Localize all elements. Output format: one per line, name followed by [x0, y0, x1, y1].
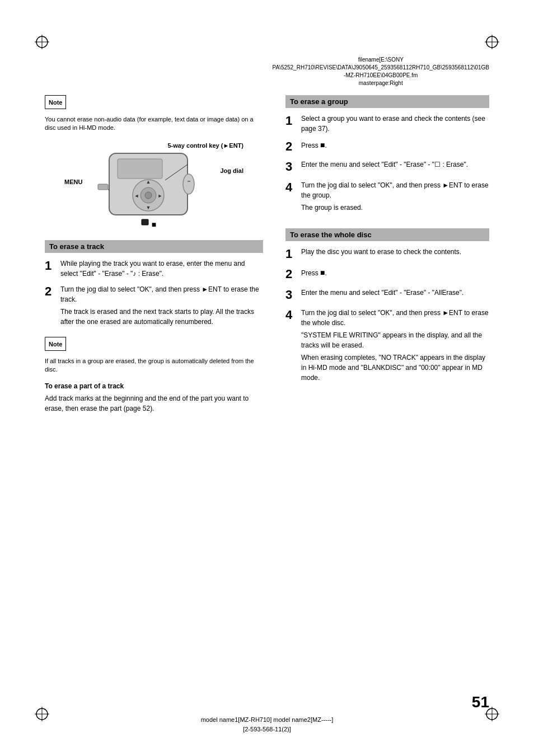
stop-symbol: ■ [152, 220, 156, 229]
note1-text: You cannot erase non-audio data (for exa… [45, 115, 263, 133]
filename-line3: -MZ-RH710EE\04GB00PE.fm [273, 72, 490, 79]
filename-line1: filename[E:\SONY [273, 56, 490, 64]
erase-group-step1: 1 Select a group you want to erase and c… [285, 114, 489, 134]
erase-group-step4: 4 Turn the jog dial to select "OK", and … [285, 180, 489, 215]
svg-point-23 [183, 174, 194, 194]
erase-disc-step3: 3 Enter the menu and select "Edit" - "Er… [285, 288, 489, 302]
label-menu: MENU [64, 179, 82, 185]
step-number-2: 2 [45, 284, 60, 329]
erase-part-header: To erase a part of a track [45, 382, 263, 390]
erase-group-header: To erase a group [285, 95, 489, 108]
content-area: Note You cannot erase non-audio data (fo… [45, 95, 489, 689]
right-column: To erase a group 1 Select a group you wa… [285, 95, 489, 391]
erase-disc-step2: 2 Press ■. [285, 267, 489, 281]
group-step4-content: Turn the jog dial to select "OK", and th… [301, 180, 489, 215]
group-step3-content: Enter the menu and select "Edit" - "Eras… [301, 159, 489, 174]
disc-step4-main: Turn the jog dial to select "OK", and th… [301, 308, 489, 328]
left-column: Note You cannot erase non-audio data (fo… [45, 95, 263, 414]
erase-track-header: To erase a track [45, 240, 263, 253]
note2-container: Note If all tracks in a group are erased… [45, 337, 263, 374]
label-jog: Jog dial [220, 167, 243, 174]
disc-step4-result2: When erasing completes, "NO TRACK" appea… [301, 353, 489, 383]
press-label-disc: Press [301, 269, 320, 277]
page-number: 51 [472, 693, 489, 711]
erase-disc-header: To erase the whole disc [285, 228, 489, 241]
page-container: filename[E:\SONY PA\5252_RH710\REVISE\DA… [0, 0, 534, 756]
group-step4-main: Turn the jog dial to select "OK", and th… [301, 180, 489, 200]
disc-step4-content: Turn the jog dial to select "OK", and th… [301, 308, 489, 385]
erase-disc-section: To erase the whole disc 1 Play the disc … [285, 228, 489, 385]
note1-box: Note [45, 95, 66, 109]
group-step-number-1: 1 [285, 114, 301, 134]
note2-label: Note [49, 341, 62, 348]
group-step1-content: Select a group you want to erase and che… [301, 114, 489, 134]
svg-text:▲: ▲ [146, 179, 151, 185]
erase-track-step1: 1 While playing the track you want to er… [45, 259, 263, 279]
svg-text:►: ► [158, 193, 163, 199]
group-step-number-3: 3 [285, 159, 301, 174]
disc-step1-content: Play the disc you want to erase to check… [301, 247, 489, 261]
erase-group-section: To erase a group 1 Select a group you wa… [285, 95, 489, 215]
disc-step4-result1: "SYSTEM FILE WRITING" appears in the dis… [301, 330, 489, 350]
disc-step3-content: Enter the menu and select "Edit" - "Eras… [301, 288, 489, 302]
disc-step-number-3: 3 [285, 288, 301, 302]
disc-step-number-1: 1 [285, 247, 301, 261]
svg-point-16 [145, 192, 152, 199]
disc-step2-content: Press ■. [301, 267, 489, 281]
note1-container: Note You cannot erase non-audio data (fo… [45, 95, 263, 133]
reg-mark-tr [484, 34, 500, 50]
footer-line2: [2-593-568-11(2)] [0, 725, 534, 734]
reg-mark-tl [34, 34, 50, 50]
group-step4-result: The group is erased. [301, 203, 489, 213]
disc-step-number-2: 2 [285, 267, 301, 281]
device-diagram: 5-way control key (►ENT) Jog dial MENU [45, 139, 263, 229]
period: . [325, 142, 326, 149]
erase-group-step3: 3 Enter the menu and select "Edit" - "Er… [285, 159, 489, 174]
step2-result1: The track is erased and the next track s… [60, 307, 263, 327]
step-number-1: 1 [45, 259, 60, 279]
svg-rect-13 [118, 159, 162, 179]
svg-text:▼: ▼ [146, 205, 151, 210]
group-step2-content: Press ■. [301, 139, 489, 154]
step2-main: Turn the jog dial to select "OK", and th… [60, 284, 263, 304]
header-filename: filename[E:\SONY PA\5252_RH710\REVISE\DA… [273, 56, 490, 87]
erase-disc-step1: 1 Play the disc you want to erase to che… [285, 247, 489, 261]
erase-track-section: To erase a track 1 While playing the tra… [45, 240, 263, 329]
press-label: Press [301, 142, 320, 149]
period-disc: . [325, 269, 326, 277]
disc-step-number-4: 4 [285, 308, 301, 385]
erase-track-step2: 2 Turn the jog dial to select "OK", and … [45, 284, 263, 329]
footer-line1: model name1[MZ-RH710] model name2[MZ----… [0, 715, 534, 725]
group-step-number-4: 4 [285, 180, 301, 215]
diagram-wrapper: 5-way control key (►ENT) Jog dial MENU [64, 139, 243, 229]
svg-rect-21 [98, 184, 108, 190]
group-step-number-2: 2 [285, 139, 301, 154]
note1-label: Note [49, 99, 62, 106]
step1-content: While playing the track you want to eras… [60, 259, 263, 279]
note2-box: Note [45, 337, 66, 351]
erase-part-text: Add track marks at the beginning and the… [45, 393, 263, 414]
filename-line2: PA\5252_RH710\REVISE\DATA\J9050645_25935… [273, 64, 490, 72]
step2-content: Turn the jog dial to select "OK", and th… [60, 284, 263, 329]
svg-rect-22 [142, 219, 148, 225]
svg-text:◄: ◄ [134, 193, 139, 199]
note2-text: If all tracks in a group are erased, the… [45, 357, 263, 374]
erase-part-section: To erase a part of a track Add track mar… [45, 382, 263, 414]
erase-disc-step4: 4 Turn the jog dial to select "OK", and … [285, 308, 489, 385]
device-svg: ▲ ▼ ◄ ► [92, 148, 204, 229]
filename-line4: masterpage:Right [273, 79, 490, 87]
footer: model name1[MZ-RH710] model name2[MZ----… [0, 715, 534, 734]
erase-group-step2: 2 Press ■. [285, 139, 489, 154]
